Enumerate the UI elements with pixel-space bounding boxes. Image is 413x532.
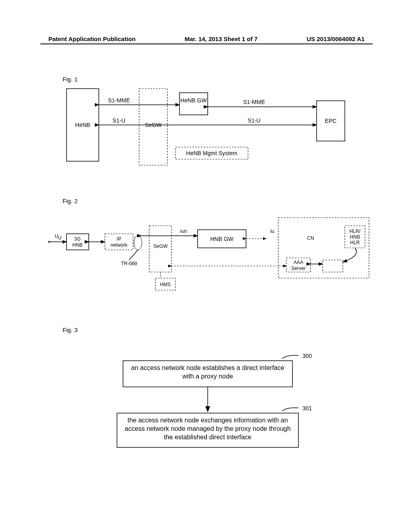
svg-text:TR-069: TR-069 [121,261,137,266]
svg-rect-51 [323,260,343,272]
svg-text:HeNB GW: HeNB GW [180,97,207,104]
fig2-diagram: U U 3G HNB IP network TR-069 SeGW HMS Iu… [48,214,371,302]
svg-text:Server: Server [291,266,305,271]
fig3-diagram: 300 an access network node establishes a… [101,351,327,472]
header-center: Mar. 14, 2013 Sheet 1 of 7 [185,35,258,42]
header-right: US 2013/0064092 A1 [307,35,365,42]
fig1-diagram: HeNB SeGW HeNB GW EPC HeNB Mgmt System S… [63,85,357,173]
svg-text:3G: 3G [74,236,81,242]
svg-text:Iuh: Iuh [180,229,187,234]
svg-text:CN: CN [307,235,314,241]
svg-text:S1-MME: S1-MME [243,99,265,105]
fig3-label: Fig. 3 [63,326,78,333]
header-left: Patent Application Publication [48,35,136,42]
svg-text:EPC: EPC [325,118,337,124]
fig2-label: Fig. 2 [63,197,78,204]
svg-text:HLR/: HLR/ [349,229,361,234]
svg-text:HNB: HNB [350,234,360,240]
svg-text:HLR: HLR [350,240,360,245]
svg-text:U: U [58,235,62,241]
svg-rect-4 [179,93,208,115]
svg-text:IP: IP [117,236,121,242]
svg-text:300: 300 [302,353,312,359]
svg-text:S1-U: S1-U [248,117,261,124]
svg-text:Iu: Iu [270,229,274,234]
svg-text:HeNB: HeNB [75,122,90,128]
header-rule [40,44,373,44]
svg-text:S1-MME: S1-MME [108,97,130,104]
svg-text:301: 301 [302,405,312,411]
svg-text:AAA: AAA [294,260,303,265]
svg-text:HeNB Mgmt System: HeNB Mgmt System [186,150,238,156]
svg-text:HNB: HNB [72,242,82,248]
svg-point-27 [134,235,142,250]
fig1-label: Fig. 1 [63,76,78,83]
svg-text:network: network [111,242,128,248]
page-header: Patent Application Publication Mar. 14, … [0,35,413,42]
svg-line-28 [129,250,138,260]
svg-text:SeGW: SeGW [153,243,168,249]
svg-text:S1-U: S1-U [113,117,125,124]
svg-text:HMS: HMS [160,282,171,287]
svg-text:HNB GW: HNB GW [210,236,234,242]
